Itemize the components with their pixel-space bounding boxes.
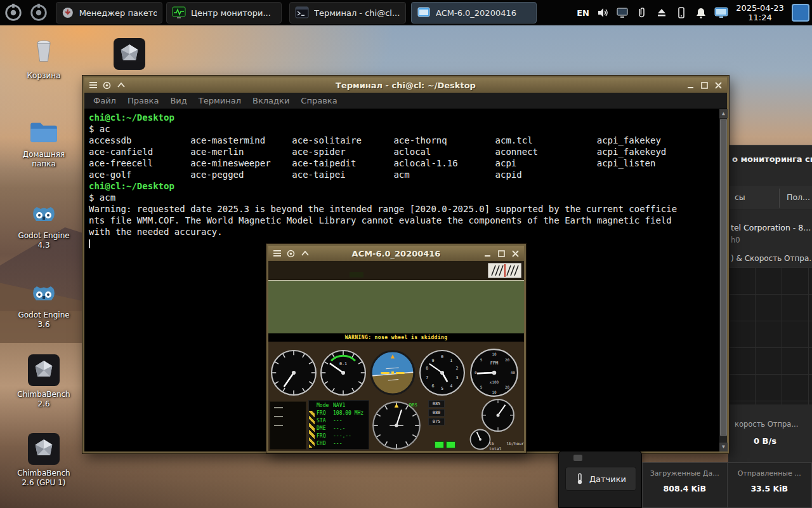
radio-panel: ModeNAV1 FRQ108.00 MHz STA--- DME--.- FR… xyxy=(308,400,369,450)
desktop-icon-trash[interactable]: Корзина xyxy=(15,36,73,81)
taskbar-item-system-monitor[interactable]: Центр монитори... xyxy=(166,2,282,23)
notifications-bell-icon[interactable] xyxy=(695,6,707,19)
uploaded-value: 33.5 KiB xyxy=(728,484,812,493)
session-icon[interactable] xyxy=(286,249,296,258)
volume-icon[interactable] xyxy=(596,6,609,19)
vertical-speed-indicator: FPM x100 0 5 10 20 40 20 10 5 xyxy=(469,348,519,398)
warning-line: Warning: requested date 2025.3 is beyond… xyxy=(89,203,714,215)
clock-date: 2025-04-23 xyxy=(735,3,785,13)
terminal-titlebar[interactable]: Терминал - chi@cl: ~/Desktop xyxy=(84,77,727,93)
scroll-down-arrow[interactable]: ▼ xyxy=(719,443,728,451)
tde-logo-icon xyxy=(3,3,23,23)
shell-prompt: chi@cl:~/Desktop xyxy=(89,112,174,123)
svg-text:5: 5 xyxy=(480,385,483,389)
menu-terminal[interactable]: Терминал xyxy=(199,96,241,105)
svg-text:8: 8 xyxy=(426,366,428,371)
svg-text:0: 0 xyxy=(475,370,477,375)
menu-file[interactable]: Файл xyxy=(93,96,116,105)
gear-lamp xyxy=(435,441,444,448)
desktop-icon-label: Godot Engine3.6 xyxy=(18,311,69,330)
network-totals-panel: Загруженные Да... 808.4 KiB Отправленные… xyxy=(642,462,812,508)
popup-grip-icon xyxy=(573,455,582,461)
desktop-icon-godot-43[interactable]: Godot Engine4.3 xyxy=(15,197,73,250)
desktop-icon-chimbabench-gpu[interactable]: ChimbaBench2.6 (GPU 1) xyxy=(15,433,73,488)
svg-text:20: 20 xyxy=(505,358,510,362)
show-desktop-button[interactable] xyxy=(792,4,809,22)
terminal-cursor xyxy=(89,239,90,248)
scrollbar-thumb[interactable] xyxy=(720,119,727,436)
app-menu-button-2[interactable] xyxy=(27,2,51,23)
desktop-icon-label: Godot Engine4.3 xyxy=(18,231,69,250)
network-device-name: tel Corporation - 8... xyxy=(731,223,811,232)
desktop-icon-acm[interactable] xyxy=(100,38,159,70)
desktop-icon-label: ChimbaBench2.6 xyxy=(17,390,70,409)
attitude-indicator xyxy=(369,349,416,396)
minimize-button[interactable] xyxy=(686,81,695,90)
metal-gem-icon xyxy=(28,433,60,465)
window-menu-icon[interactable] xyxy=(88,81,98,90)
taskbar-item-acm[interactable]: ACM-6.0_20200416 xyxy=(411,2,537,23)
tab-resources[interactable]: сы xyxy=(735,192,745,202)
sensors-button[interactable]: Датчики xyxy=(565,467,636,491)
acm-titlebar[interactable]: ACM-6.0_20200416 xyxy=(268,246,524,261)
skid-warning-text: WARNING: nose wheel is skidding xyxy=(345,335,448,340)
taskbar-item-terminal[interactable]: Терминал - chi@cl... xyxy=(289,2,406,23)
fuel-flow-gauge xyxy=(469,428,492,451)
maximize-button[interactable] xyxy=(497,249,506,258)
menu-help[interactable]: Справка xyxy=(301,96,337,105)
app-menu-button[interactable] xyxy=(1,2,25,23)
menu-edit[interactable]: Правка xyxy=(128,96,159,105)
display-settings-icon[interactable] xyxy=(616,6,629,19)
compass xyxy=(372,401,421,450)
system-monitor-window: о мониторинга си... сы Пол... tel Corpor… xyxy=(728,145,812,508)
shade-up-icon[interactable] xyxy=(116,81,126,90)
menu-view[interactable]: Вид xyxy=(170,96,187,105)
svg-text:0.1: 0.1 xyxy=(339,361,347,366)
keyboard-layout-indicator[interactable]: EN xyxy=(577,8,589,18)
uploaded-stat: Отправленные ... 33.5 KiB xyxy=(727,463,812,507)
tde-logo-icon xyxy=(29,3,49,23)
window-menu-icon[interactable] xyxy=(272,249,282,258)
svg-text:x100: x100 xyxy=(490,380,499,384)
shade-up-icon[interactable] xyxy=(300,249,310,258)
scroll-up-arrow[interactable]: ▲ xyxy=(719,109,728,118)
taskbar-item-package-manager[interactable]: Менеджер пакето... xyxy=(56,2,162,23)
desktop-icon-chimbabench[interactable]: ChimbaBench2.6 xyxy=(15,354,73,409)
session-icon[interactable] xyxy=(102,81,112,90)
device-icon[interactable] xyxy=(675,6,688,19)
minimize-button[interactable] xyxy=(483,249,492,258)
menu-tabs[interactable]: Вкладки xyxy=(252,96,289,105)
eject-media-icon[interactable] xyxy=(655,6,668,19)
close-button[interactable] xyxy=(511,249,520,258)
maximize-button[interactable] xyxy=(700,81,709,90)
graph-section-header: ) & Скорость Отпра... xyxy=(731,254,812,263)
metal-gem-icon xyxy=(28,354,60,386)
clock-time: 11:24 xyxy=(735,13,785,22)
desktop-icon-label: ChimbaBench2.6 (GPU 1) xyxy=(17,469,70,488)
desktop-icon-label: Корзина xyxy=(27,71,61,81)
terminal-scrollbar[interactable]: ▲ ▼ xyxy=(719,109,727,451)
completion-line: ace-canfield ace-merlin ace-spider acloc… xyxy=(89,146,714,157)
svg-text:1: 1 xyxy=(450,358,452,363)
terminal-window-title: Терминал - chi@cl: ~/Desktop xyxy=(84,81,727,90)
monitor-tabs: сы Пол... xyxy=(728,186,812,210)
godot-icon xyxy=(28,276,60,307)
trash-cup-icon xyxy=(30,36,58,67)
clipboard-icon[interactable] xyxy=(636,6,648,19)
heading-tape: 085 080 075 xyxy=(428,400,445,425)
clock[interactable]: 2025-04-23 11:24 xyxy=(735,3,785,22)
tab-users[interactable]: Пол... xyxy=(787,192,810,202)
sensors-button-label: Датчики xyxy=(589,474,626,484)
desktop-icon-godot-36[interactable]: Godot Engine3.6 xyxy=(15,276,73,330)
system-tray: EN 2025-04-23 11:24 xyxy=(577,0,809,25)
command-line: $ acm xyxy=(89,192,714,203)
acm-ground-view xyxy=(268,280,524,333)
svg-text:5: 5 xyxy=(480,358,483,362)
desktop-icon-home[interactable]: Домашняяпапка xyxy=(15,117,73,169)
svg-text:4: 4 xyxy=(450,384,452,389)
monitor-tray-icon[interactable] xyxy=(714,6,728,19)
svg-text:2: 2 xyxy=(456,366,459,371)
package-manager-icon xyxy=(62,6,74,20)
close-button[interactable] xyxy=(714,81,723,90)
terminal-icon xyxy=(295,6,309,20)
